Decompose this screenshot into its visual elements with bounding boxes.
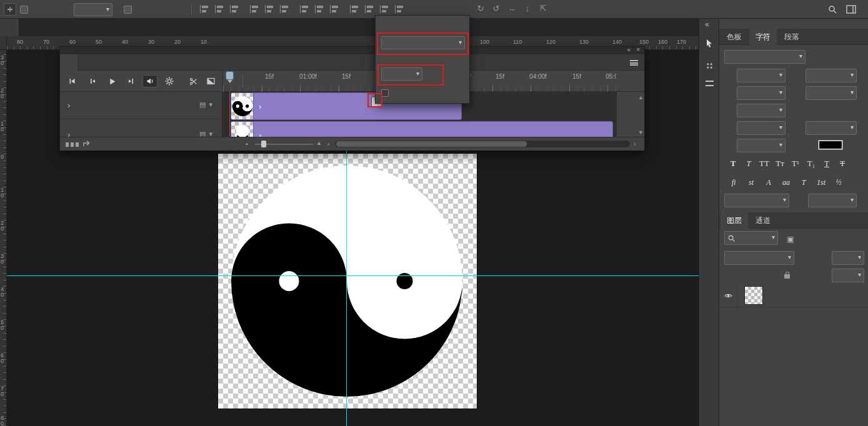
collapse-window-icon[interactable]: « [627, 46, 631, 54]
clip-ellipse-4-copy[interactable]: › [231, 121, 613, 137]
document-tab[interactable] [0, 19, 19, 36]
panel-menu-icon[interactable] [630, 60, 638, 66]
adjustments-panel-icon[interactable] [702, 59, 716, 72]
faux-italic-button[interactable]: T [742, 157, 755, 170]
show-transform-checkbox[interactable] [124, 6, 132, 14]
tab-character[interactable]: 字符 [749, 29, 777, 45]
zoom-out-icon[interactable]: ▲ [245, 142, 249, 146]
timeline-window-titlebar[interactable]: « × [60, 47, 644, 54]
align-horizontal-centers-icon[interactable] [264, 4, 274, 14]
convert-to-frame-animation-icon[interactable] [66, 142, 69, 147]
language-select[interactable] [724, 194, 789, 207]
visibility-eye-icon[interactable] [719, 284, 738, 307]
fill-field[interactable] [832, 269, 864, 282]
properties-panel-icon[interactable] [702, 76, 716, 90]
anti-aliasing-select[interactable] [808, 194, 857, 207]
text-color-swatch[interactable] [818, 140, 843, 150]
underline-button[interactable]: T [821, 157, 833, 170]
distribute-vertical-centers-icon[interactable] [314, 4, 324, 14]
track-row-layer-1[interactable]: › ▤▾ [60, 92, 222, 119]
cursor-panel-icon[interactable] [702, 36, 716, 50]
timeline-scrollbar-thumb[interactable] [336, 141, 527, 147]
track-options-icon[interactable]: ▤ [199, 101, 209, 108]
3d-pan-icon[interactable]: ↔ [505, 4, 519, 13]
leading-select[interactable] [806, 69, 857, 82]
layer-filter-type-select[interactable] [724, 231, 778, 245]
auto-select-target-dropdown[interactable] [74, 3, 112, 16]
align-bottom-edges-icon[interactable] [229, 4, 239, 14]
render-video-icon[interactable] [82, 139, 91, 148]
workspace-icon[interactable] [845, 4, 857, 15]
playhead-handle[interactable] [226, 71, 234, 80]
expand-track-icon[interactable]: › [67, 101, 70, 110]
split-at-playhead-button[interactable] [186, 76, 200, 87]
align-vertical-centers-icon[interactable] [214, 4, 224, 14]
timeline-scrollbar[interactable] [335, 141, 630, 147]
track-dropdown-icon[interactable]: ▾ [209, 130, 216, 137]
distribute-right-edges-icon[interactable] [379, 4, 389, 14]
align-left-edges-icon[interactable] [249, 4, 259, 14]
close-window-icon[interactable]: × [636, 46, 640, 54]
previous-frame-button[interactable] [85, 76, 99, 87]
3d-roll-icon[interactable]: ↺ [489, 4, 503, 13]
transition-button[interactable] [204, 76, 217, 87]
vertical-scale-field[interactable] [737, 121, 786, 135]
zoom-slider-handle[interactable] [261, 141, 266, 147]
blend-mode-select[interactable] [724, 251, 794, 265]
faux-bold-button[interactable]: T [727, 157, 739, 170]
strikethrough-button[interactable]: T [836, 157, 849, 170]
tab-channels[interactable]: 通道 [749, 212, 777, 229]
fractions-button[interactable]: ½ [832, 176, 846, 189]
zoom-in-icon[interactable]: ▲ [316, 140, 322, 146]
small-caps-button[interactable]: Tᴛ [774, 157, 786, 170]
titling-alternates-button[interactable]: T [797, 176, 811, 189]
add-media-button[interactable] [622, 126, 632, 136]
move-tool-preset[interactable]: ✛ [4, 0, 16, 19]
layer-row[interactable] [719, 284, 868, 308]
document-canvas[interactable] [218, 154, 477, 409]
all-caps-button[interactable]: TT [758, 157, 771, 170]
tab-timeline[interactable] [60, 54, 77, 71]
expand-track-icon[interactable]: › [67, 130, 70, 137]
tracking-select[interactable] [806, 86, 857, 100]
distribute-horizontal-centers-icon[interactable] [364, 4, 374, 14]
distribute-spacing-icon[interactable] [394, 4, 404, 14]
mute-audio-button[interactable] [142, 75, 157, 87]
stylistic-alternates-button[interactable]: aa [779, 176, 793, 189]
distribute-top-edges-icon[interactable] [299, 4, 309, 14]
tab-paragraph[interactable]: 段落 [778, 29, 806, 45]
horizontal-scale-field[interactable] [806, 121, 857, 135]
add-media-button[interactable] [622, 99, 632, 109]
swash-button[interactable]: A [762, 176, 776, 189]
layer-thumbnail[interactable] [744, 286, 763, 305]
vertical-ruler[interactable]: 30201001020304050607080 [0, 50, 7, 426]
kerning-select[interactable] [737, 86, 786, 100]
distribute-bottom-edges-icon[interactable] [329, 4, 339, 14]
scroll-down-icon[interactable]: ▼ [638, 129, 644, 136]
auto-select-checkbox[interactable] [20, 6, 28, 14]
tab-layers[interactable]: 图层 [721, 212, 748, 229]
track-row-ellipse-4-copy[interactable]: › ▤▾ [60, 121, 222, 137]
track-dropdown-icon[interactable]: ▾ [209, 101, 216, 108]
timeline-settings-gear-icon[interactable] [162, 76, 176, 87]
tab-swatches[interactable]: 色板 [721, 29, 748, 45]
discretionary-ligatures-button[interactable]: st [744, 176, 758, 189]
scroll-right-icon[interactable]: › [634, 140, 636, 147]
3d-slide-icon[interactable]: ↕ [521, 4, 534, 13]
scroll-left-icon[interactable]: ‹ [327, 140, 330, 147]
go-to-first-frame-button[interactable] [65, 76, 79, 87]
clip-expand-icon[interactable]: › [259, 102, 261, 111]
align-right-edges-icon[interactable] [279, 4, 289, 14]
subscript-button[interactable]: T₁ [805, 157, 817, 170]
track-options-icon[interactable]: ▤ [199, 130, 209, 137]
3d-scale-icon[interactable]: ⇱ [536, 4, 550, 13]
baseline-shift-field[interactable] [737, 139, 786, 152]
distribute-left-edges-icon[interactable] [349, 4, 359, 14]
ordinals-button[interactable]: 1st [814, 176, 828, 189]
expand-panels-icon[interactable]: « [705, 20, 709, 29]
proportional-spacing-select[interactable] [737, 104, 786, 117]
font-family-select[interactable] [724, 50, 806, 64]
filter-pixel-layers-icon[interactable]: ▣ [784, 233, 797, 245]
clip-expand-icon[interactable]: › [259, 131, 261, 137]
play-button[interactable] [105, 76, 119, 87]
